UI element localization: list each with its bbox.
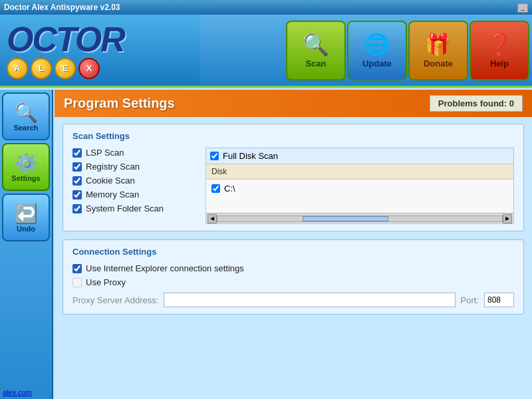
header: OCTOR A L E X 🔍 Scan 🌐 Update 🎁 Donate ❓…: [0, 15, 532, 88]
logo-bubble-a: A: [7, 58, 28, 79]
disk-scrollbar-thumb[interactable]: [303, 216, 388, 221]
problems-found: Problems found: 0: [430, 95, 523, 112]
registry-scan-label: Registry Scan: [86, 162, 140, 172]
donate-label: Donate: [424, 59, 453, 68]
scan-settings-section: Scan Settings LSP Scan Registry Scan Coo…: [63, 124, 524, 231]
footer-link[interactable]: alex.com: [3, 388, 32, 396]
cookie-scan-label: Cookie Scan: [86, 176, 135, 186]
memory-scan-row: Memory Scan: [72, 190, 192, 200]
port-label: Port:: [461, 295, 479, 305]
registry-scan-checkbox[interactable]: [72, 162, 82, 172]
update-label: Update: [362, 59, 392, 68]
scan-col-right: Full Disk Scan Disk C:\ ◀: [205, 148, 514, 224]
lsp-scan-checkbox[interactable]: [72, 148, 82, 158]
logo-text: OCTOR: [7, 22, 124, 57]
proxy-server-input[interactable]: [164, 293, 455, 307]
scan-icon: 🔍: [303, 32, 329, 57]
page-header: Program Settings Problems found: 0: [55, 90, 532, 117]
logo-bubble-x: X: [78, 58, 100, 79]
scan-col-left: LSP Scan Registry Scan Cookie Scan Memor…: [72, 148, 192, 224]
donate-button[interactable]: 🎁 Donate: [408, 21, 468, 80]
lsp-scan-row: LSP Scan: [72, 148, 192, 158]
logo-bubble-e: E: [55, 58, 76, 79]
proxy-server-label: Proxy Server Address:: [72, 295, 158, 305]
disk-list-content: C:\: [206, 180, 513, 213]
use-proxy-label: Use Proxy: [86, 277, 126, 287]
registry-scan-row: Registry Scan: [72, 162, 192, 172]
scroll-right-button[interactable]: ▶: [503, 214, 512, 223]
use-ie-settings-row: Use Internet Explorer connection setting…: [72, 263, 514, 273]
cookie-scan-row: Cookie Scan: [72, 176, 192, 186]
full-disk-scan-checkbox[interactable]: [210, 152, 219, 160]
title-bar-controls: _: [517, 2, 528, 13]
full-disk-scan-label: Full Disk Scan: [223, 151, 278, 161]
problems-label: Problems found:: [438, 98, 507, 108]
sidebar-search-button[interactable]: 🔍 Search: [2, 92, 50, 140]
system-folder-scan-row: System Folder Scan: [72, 203, 192, 213]
disk-item-row: C:\: [211, 182, 508, 195]
use-proxy-row: Use Proxy: [72, 277, 514, 287]
disk-scrollbar-area: ◀ ▶: [206, 213, 513, 223]
toolbar: 🔍 Scan 🌐 Update 🎁 Donate ❓ Help: [200, 15, 532, 86]
scan-section-title: Scan Settings: [72, 131, 514, 141]
connection-section-title: Connection Settings: [72, 247, 514, 257]
proxy-server-row: Proxy Server Address: Port:: [72, 293, 514, 307]
system-folder-scan-label: System Folder Scan: [86, 203, 164, 213]
use-ie-settings-checkbox[interactable]: [72, 264, 82, 273]
memory-scan-checkbox[interactable]: [72, 190, 82, 200]
main-content: Program Settings Problems found: 0 Scan …: [55, 90, 532, 399]
app-title: Doctor Alex Antispyware v2.03: [4, 3, 120, 12]
sidebar: 🔍 Search ⚙️ Settings ↩️ Undo: [0, 90, 53, 399]
search-icon: 🔍: [15, 102, 38, 124]
connection-settings-section: Connection Settings Use Internet Explore…: [63, 239, 524, 315]
title-bar: Doctor Alex Antispyware v2.03 _: [0, 0, 532, 15]
disk-scan-area: Full Disk Scan Disk C:\ ◀: [205, 148, 514, 224]
scan-settings-inner: LSP Scan Registry Scan Cookie Scan Memor…: [72, 148, 514, 224]
minimize-button[interactable]: _: [517, 3, 528, 13]
settings-icon: ⚙️: [15, 152, 38, 174]
scroll-left-button[interactable]: ◀: [207, 214, 217, 223]
disk-scrollbar-track[interactable]: [217, 215, 503, 222]
logo-bubbles: A L E X: [7, 58, 124, 79]
scan-label: Scan: [305, 59, 326, 68]
sidebar-undo-label: Undo: [17, 225, 35, 233]
full-disk-scan-row: Full Disk Scan: [206, 148, 513, 164]
sidebar-undo-button[interactable]: ↩️ Undo: [2, 194, 50, 241]
sidebar-settings-label: Settings: [11, 174, 40, 182]
lsp-scan-label: LSP Scan: [86, 148, 124, 158]
system-folder-scan-checkbox[interactable]: [72, 204, 82, 213]
logo-bubble-l: L: [31, 58, 52, 79]
port-input[interactable]: [484, 293, 514, 307]
sidebar-search-label: Search: [14, 124, 39, 132]
scan-button[interactable]: 🔍 Scan: [286, 21, 346, 80]
help-icon: ❓: [486, 32, 513, 57]
undo-icon: ↩️: [15, 203, 38, 225]
disk-c-label: C:\: [224, 184, 235, 194]
memory-scan-label: Memory Scan: [86, 190, 139, 200]
cookie-scan-checkbox[interactable]: [72, 176, 82, 186]
help-button[interactable]: ❓ Help: [469, 21, 529, 80]
logo-area: OCTOR A L E X: [0, 15, 200, 86]
disk-c-checkbox[interactable]: [211, 184, 220, 193]
problems-count: 0: [509, 98, 514, 108]
update-button[interactable]: 🌐 Update: [347, 21, 407, 80]
donate-icon: 🎁: [425, 32, 452, 57]
settings-body: Scan Settings LSP Scan Registry Scan Coo…: [55, 117, 532, 329]
help-label: Help: [490, 59, 509, 68]
disk-list-header: Disk: [206, 164, 513, 180]
page-title: Program Settings: [64, 96, 175, 111]
use-ie-settings-label: Use Internet Explorer connection setting…: [86, 263, 244, 273]
sidebar-settings-button[interactable]: ⚙️ Settings: [2, 143, 50, 191]
use-proxy-checkbox[interactable]: [72, 278, 82, 287]
update-icon: 🌐: [364, 32, 390, 57]
